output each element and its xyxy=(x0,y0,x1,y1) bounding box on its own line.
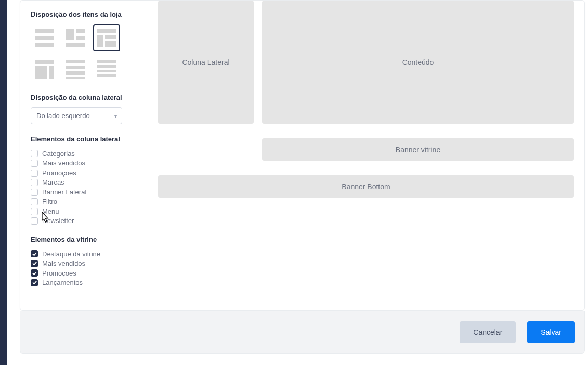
checkbox-label: Categorias xyxy=(42,149,75,159)
checkbox-icon xyxy=(31,269,38,277)
checkbox-label: Banner Lateral xyxy=(42,188,86,197)
checkbox-label: Marcas xyxy=(42,178,64,187)
preview-banner-bottom: Banner Bottom xyxy=(158,175,574,198)
checkbox-icon xyxy=(31,150,38,157)
checkbox-label: Mais vendidos xyxy=(42,259,85,268)
checkbox-icon xyxy=(31,160,38,167)
section-title-sidebar-elements: Elementos da coluna lateral xyxy=(31,135,145,144)
svg-rect-14 xyxy=(66,60,85,63)
checkbox-label: Promoções xyxy=(42,168,76,178)
showcase-elements-list: Destaque da vitrine Mais vendidos Promoç… xyxy=(31,250,145,288)
svg-rect-9 xyxy=(105,35,116,39)
checkbox-lancamentos[interactable]: Lançamentos xyxy=(31,278,145,288)
checkbox-banner-lateral[interactable]: Banner Lateral xyxy=(31,188,145,197)
checkbox-label: Destaque da vitrine xyxy=(42,250,100,259)
svg-rect-15 xyxy=(66,66,85,69)
checkbox-icon xyxy=(31,179,38,186)
section-title-layout: Disposição dos itens da loja xyxy=(31,10,145,19)
settings-sidebar: Disposição dos itens da loja xyxy=(20,1,145,307)
checkbox-icon xyxy=(31,260,38,267)
layout-option-1[interactable] xyxy=(31,24,58,51)
preview-side-column: Coluna Lateral xyxy=(158,1,254,124)
svg-rect-16 xyxy=(66,71,85,75)
checkbox-icon xyxy=(31,250,38,257)
checkbox-label: Menu xyxy=(42,207,59,216)
checkbox-promocoes-showcase[interactable]: Promoções xyxy=(31,269,145,278)
svg-rect-11 xyxy=(35,60,54,64)
checkbox-mais-vendidos[interactable]: Mais vendidos xyxy=(31,159,145,168)
checkbox-icon xyxy=(31,198,38,205)
svg-rect-10 xyxy=(105,41,116,47)
layout-preview: Coluna Lateral Conteúdo Banner vitrine B… xyxy=(158,1,574,212)
svg-rect-2 xyxy=(35,43,54,47)
sidebar-position-select-wrap: Do lado esquerdo ▾ xyxy=(31,107,122,124)
layout-option-6[interactable] xyxy=(93,56,120,83)
svg-rect-13 xyxy=(49,66,54,79)
layout-option-2[interactable] xyxy=(62,24,89,51)
checkbox-icon xyxy=(31,189,38,196)
svg-rect-17 xyxy=(66,77,85,79)
sidebar-elements-list: Categorias Mais vendidos Promoções Marca… xyxy=(31,149,145,226)
svg-rect-20 xyxy=(97,70,116,72)
svg-rect-21 xyxy=(97,74,116,77)
svg-rect-1 xyxy=(35,36,54,40)
checkbox-icon xyxy=(31,208,38,215)
svg-rect-6 xyxy=(66,43,85,47)
svg-rect-7 xyxy=(97,29,116,33)
svg-rect-0 xyxy=(35,29,54,33)
svg-rect-8 xyxy=(97,35,103,47)
svg-rect-18 xyxy=(97,60,116,63)
checkbox-icon xyxy=(31,170,38,177)
checkbox-label: Newsletter xyxy=(42,216,74,226)
checkbox-icon xyxy=(31,217,38,225)
checkbox-filtro[interactable]: Filtro xyxy=(31,197,145,206)
svg-rect-3 xyxy=(66,29,74,40)
layout-thumbnails xyxy=(31,24,145,83)
section-title-showcase-elements: Elementos da vitrine xyxy=(31,235,145,244)
cancel-button[interactable]: Cancelar xyxy=(460,321,516,343)
checkbox-marcas[interactable]: Marcas xyxy=(31,178,145,187)
layout-option-5[interactable] xyxy=(62,56,89,83)
checkbox-label: Promoções xyxy=(42,269,76,278)
checkbox-label: Lançamentos xyxy=(42,278,83,288)
panel-footer: Cancelar Salvar xyxy=(20,311,585,354)
app-left-rail xyxy=(0,0,7,365)
checkbox-promocoes[interactable]: Promoções xyxy=(31,168,145,178)
svg-rect-4 xyxy=(76,29,85,33)
layout-option-3[interactable] xyxy=(93,24,120,51)
checkbox-icon xyxy=(31,279,38,286)
checkbox-label: Filtro xyxy=(42,197,57,206)
checkbox-destaque-vitrine[interactable]: Destaque da vitrine xyxy=(31,250,145,259)
checkbox-categorias[interactable]: Categorias xyxy=(31,149,145,159)
svg-rect-5 xyxy=(76,36,85,40)
preview-banner-showcase: Banner vitrine xyxy=(262,138,574,161)
section-title-sidebar-position: Disposição da coluna lateral xyxy=(31,93,145,102)
checkbox-newsletter[interactable]: Newsletter xyxy=(31,216,145,226)
preview-content-column: Conteúdo xyxy=(262,1,574,124)
settings-panel: Disposição dos itens da loja xyxy=(20,0,585,311)
checkbox-label: Mais vendidos xyxy=(42,159,85,168)
checkbox-menu[interactable]: Menu xyxy=(31,207,145,216)
layout-option-4[interactable] xyxy=(31,56,58,83)
save-button[interactable]: Salvar xyxy=(527,321,575,343)
svg-rect-19 xyxy=(97,65,116,68)
sidebar-position-select[interactable]: Do lado esquerdo xyxy=(31,107,122,124)
svg-rect-12 xyxy=(35,66,47,79)
checkbox-mais-vendidos-showcase[interactable]: Mais vendidos xyxy=(31,259,145,268)
